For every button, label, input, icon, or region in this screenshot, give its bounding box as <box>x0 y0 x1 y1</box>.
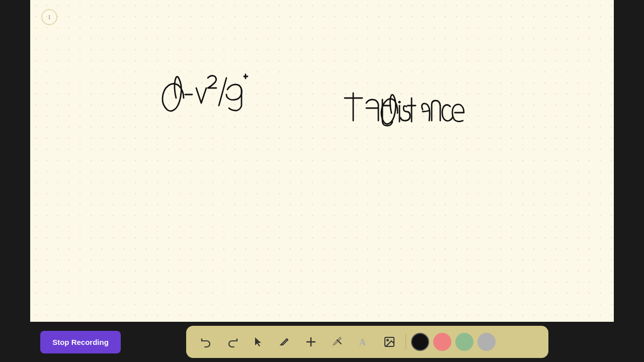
toolbar: A <box>186 326 548 358</box>
redo-button[interactable] <box>221 331 244 353</box>
undo-button[interactable] <box>195 331 217 353</box>
svg-line-2 <box>287 339 288 340</box>
pen-tool-button[interactable] <box>274 331 296 353</box>
add-button[interactable] <box>300 331 322 353</box>
svg-point-0 <box>398 101 401 104</box>
image-button[interactable] <box>378 331 400 353</box>
text-tool-button[interactable]: A <box>352 331 374 353</box>
svg-text:A: A <box>359 337 366 347</box>
eraser-button[interactable] <box>326 331 348 353</box>
color-gray[interactable] <box>477 333 496 351</box>
page-number: 1 <box>41 9 57 25</box>
toolbar-divider <box>406 334 406 349</box>
svg-point-8 <box>387 339 388 341</box>
select-tool-button[interactable] <box>248 331 270 353</box>
color-pink[interactable] <box>433 333 451 351</box>
color-black[interactable] <box>411 333 429 351</box>
svg-marker-1 <box>255 337 261 346</box>
bottom-bar: Stop Recording <box>30 322 614 362</box>
stop-recording-button[interactable]: Stop Recording <box>40 331 121 353</box>
drawing-canvas[interactable]: 1 <box>30 0 614 322</box>
color-green[interactable] <box>455 333 473 351</box>
